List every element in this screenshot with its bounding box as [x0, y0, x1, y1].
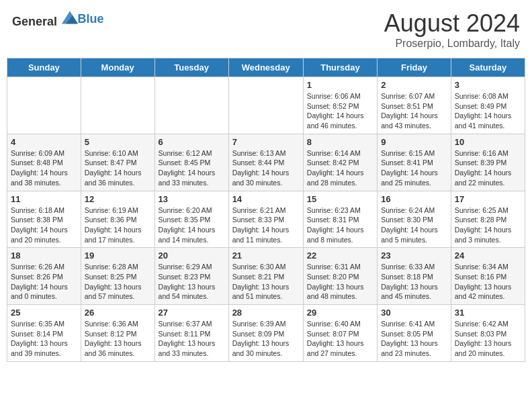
- calendar-cell: 27Sunrise: 6:37 AM Sunset: 8:11 PM Dayli…: [154, 305, 228, 362]
- calendar-cell: 24Sunrise: 6:34 AM Sunset: 8:16 PM Dayli…: [451, 248, 525, 305]
- day-number: 19: [85, 250, 151, 261]
- calendar-cell: 5Sunrise: 6:10 AM Sunset: 8:47 PM Daylig…: [81, 134, 154, 191]
- calendar-cell: [81, 77, 154, 134]
- day-number: 8: [307, 137, 373, 147]
- day-number: 18: [11, 250, 77, 261]
- day-info: Sunrise: 6:07 AM Sunset: 8:51 PM Dayligh…: [381, 91, 447, 131]
- week-row-5: 25Sunrise: 6:35 AM Sunset: 8:14 PM Dayli…: [7, 305, 525, 362]
- logo: General Blue: [12, 9, 104, 29]
- day-number: 27: [159, 308, 225, 318]
- calendar-cell: 23Sunrise: 6:33 AM Sunset: 8:18 PM Dayli…: [378, 248, 451, 305]
- day-info: Sunrise: 6:10 AM Sunset: 8:47 PM Dayligh…: [85, 148, 151, 188]
- calendar-cell: 26Sunrise: 6:36 AM Sunset: 8:12 PM Dayli…: [81, 305, 154, 362]
- calendar-cell: 30Sunrise: 6:41 AM Sunset: 8:05 PM Dayli…: [378, 305, 451, 362]
- calendar-cell: 14Sunrise: 6:21 AM Sunset: 8:33 PM Dayli…: [228, 191, 303, 248]
- calendar-cell: 31Sunrise: 6:42 AM Sunset: 8:03 PM Dayli…: [451, 305, 525, 362]
- day-info: Sunrise: 6:34 AM Sunset: 8:16 PM Dayligh…: [455, 262, 521, 302]
- day-info: Sunrise: 6:14 AM Sunset: 8:42 PM Dayligh…: [307, 148, 373, 188]
- weekday-saturday: Saturday: [451, 58, 525, 77]
- week-row-2: 4Sunrise: 6:09 AM Sunset: 8:48 PM Daylig…: [7, 134, 525, 191]
- location-title: Proserpio, Lombardy, Italy: [384, 38, 520, 50]
- calendar-cell: 18Sunrise: 6:26 AM Sunset: 8:26 PM Dayli…: [7, 248, 81, 305]
- weekday-monday: Monday: [81, 58, 154, 77]
- day-info: Sunrise: 6:12 AM Sunset: 8:45 PM Dayligh…: [159, 148, 225, 188]
- day-number: 28: [232, 308, 300, 318]
- day-number: 3: [455, 80, 521, 90]
- calendar-cell: 6Sunrise: 6:12 AM Sunset: 8:45 PM Daylig…: [154, 134, 228, 191]
- calendar-cell: 16Sunrise: 6:24 AM Sunset: 8:30 PM Dayli…: [378, 191, 451, 248]
- day-number: 15: [307, 194, 373, 204]
- day-info: Sunrise: 6:40 AM Sunset: 8:07 PM Dayligh…: [307, 319, 373, 359]
- day-info: Sunrise: 6:35 AM Sunset: 8:14 PM Dayligh…: [11, 319, 77, 359]
- week-row-4: 18Sunrise: 6:26 AM Sunset: 8:26 PM Dayli…: [7, 248, 525, 305]
- calendar-cell: 12Sunrise: 6:19 AM Sunset: 8:36 PM Dayli…: [81, 191, 154, 248]
- day-info: Sunrise: 6:20 AM Sunset: 8:35 PM Dayligh…: [159, 205, 225, 245]
- logo-general: General: [12, 15, 57, 28]
- day-info: Sunrise: 6:24 AM Sunset: 8:30 PM Dayligh…: [381, 205, 447, 245]
- calendar-cell: 3Sunrise: 6:08 AM Sunset: 8:49 PM Daylig…: [451, 77, 525, 134]
- calendar-cell: 20Sunrise: 6:29 AM Sunset: 8:23 PM Dayli…: [154, 248, 228, 305]
- weekday-wednesday: Wednesday: [228, 58, 303, 77]
- day-info: Sunrise: 6:13 AM Sunset: 8:44 PM Dayligh…: [232, 148, 300, 188]
- day-number: 1: [307, 80, 373, 90]
- day-number: 13: [159, 194, 225, 204]
- logo-icon: [62, 9, 78, 26]
- weekday-sunday: Sunday: [7, 58, 81, 77]
- day-info: Sunrise: 6:25 AM Sunset: 8:28 PM Dayligh…: [455, 205, 521, 245]
- weekday-tuesday: Tuesday: [154, 58, 228, 77]
- calendar-cell: [154, 77, 228, 134]
- week-row-3: 11Sunrise: 6:18 AM Sunset: 8:38 PM Dayli…: [7, 191, 525, 248]
- calendar-cell: 17Sunrise: 6:25 AM Sunset: 8:28 PM Dayli…: [451, 191, 525, 248]
- weekday-thursday: Thursday: [303, 58, 377, 77]
- month-title: August 2024: [384, 9, 520, 38]
- calendar-cell: 8Sunrise: 6:14 AM Sunset: 8:42 PM Daylig…: [303, 134, 377, 191]
- day-info: Sunrise: 6:29 AM Sunset: 8:23 PM Dayligh…: [159, 262, 225, 302]
- day-info: Sunrise: 6:26 AM Sunset: 8:26 PM Dayligh…: [11, 262, 77, 302]
- calendar-cell: 29Sunrise: 6:40 AM Sunset: 8:07 PM Dayli…: [303, 305, 377, 362]
- calendar-body: 1Sunrise: 6:06 AM Sunset: 8:52 PM Daylig…: [7, 77, 525, 362]
- title-area: August 2024 Proserpio, Lombardy, Italy: [384, 9, 520, 50]
- day-info: Sunrise: 6:21 AM Sunset: 8:33 PM Dayligh…: [232, 205, 300, 245]
- day-info: Sunrise: 6:06 AM Sunset: 8:52 PM Dayligh…: [307, 91, 373, 131]
- calendar-cell: 2Sunrise: 6:07 AM Sunset: 8:51 PM Daylig…: [378, 77, 451, 134]
- calendar-cell: 15Sunrise: 6:23 AM Sunset: 8:31 PM Dayli…: [303, 191, 377, 248]
- weekday-friday: Friday: [378, 58, 451, 77]
- day-number: 17: [455, 194, 521, 204]
- calendar-cell: 13Sunrise: 6:20 AM Sunset: 8:35 PM Dayli…: [154, 191, 228, 248]
- day-number: 6: [159, 137, 225, 147]
- day-number: 23: [381, 250, 447, 261]
- calendar-cell: 10Sunrise: 6:16 AM Sunset: 8:39 PM Dayli…: [451, 134, 525, 191]
- day-number: 22: [307, 250, 373, 261]
- day-info: Sunrise: 6:30 AM Sunset: 8:21 PM Dayligh…: [232, 262, 300, 302]
- calendar-cell: 11Sunrise: 6:18 AM Sunset: 8:38 PM Dayli…: [7, 191, 81, 248]
- day-number: 4: [11, 137, 77, 147]
- day-number: 26: [85, 308, 151, 318]
- day-number: 20: [159, 250, 225, 261]
- day-info: Sunrise: 6:18 AM Sunset: 8:38 PM Dayligh…: [11, 205, 77, 245]
- day-info: Sunrise: 6:08 AM Sunset: 8:49 PM Dayligh…: [455, 91, 521, 131]
- calendar-cell: 19Sunrise: 6:28 AM Sunset: 8:25 PM Dayli…: [81, 248, 154, 305]
- week-row-1: 1Sunrise: 6:06 AM Sunset: 8:52 PM Daylig…: [7, 77, 525, 134]
- day-info: Sunrise: 6:09 AM Sunset: 8:48 PM Dayligh…: [11, 148, 77, 188]
- day-number: 30: [381, 308, 447, 318]
- day-info: Sunrise: 6:33 AM Sunset: 8:18 PM Dayligh…: [381, 262, 447, 302]
- day-number: 16: [381, 194, 447, 204]
- calendar-cell: 1Sunrise: 6:06 AM Sunset: 8:52 PM Daylig…: [303, 77, 377, 134]
- calendar-cell: 9Sunrise: 6:15 AM Sunset: 8:41 PM Daylig…: [378, 134, 451, 191]
- day-info: Sunrise: 6:15 AM Sunset: 8:41 PM Dayligh…: [381, 148, 447, 188]
- day-info: Sunrise: 6:36 AM Sunset: 8:12 PM Dayligh…: [85, 319, 151, 359]
- calendar-cell: [228, 77, 303, 134]
- weekday-header-row: SundayMondayTuesdayWednesdayThursdayFrid…: [7, 58, 525, 77]
- page-header: General Blue August 2024 Proserpio, Lomb…: [7, 7, 525, 52]
- day-info: Sunrise: 6:23 AM Sunset: 8:31 PM Dayligh…: [307, 205, 373, 245]
- day-info: Sunrise: 6:28 AM Sunset: 8:25 PM Dayligh…: [85, 262, 151, 302]
- day-number: 9: [381, 137, 447, 147]
- logo-blue: Blue: [78, 12, 104, 26]
- day-number: 10: [455, 137, 521, 147]
- day-number: 2: [381, 80, 447, 90]
- day-number: 25: [11, 308, 77, 318]
- day-number: 21: [232, 250, 300, 261]
- day-number: 14: [232, 194, 300, 204]
- day-number: 7: [232, 137, 300, 147]
- day-info: Sunrise: 6:37 AM Sunset: 8:11 PM Dayligh…: [159, 319, 225, 359]
